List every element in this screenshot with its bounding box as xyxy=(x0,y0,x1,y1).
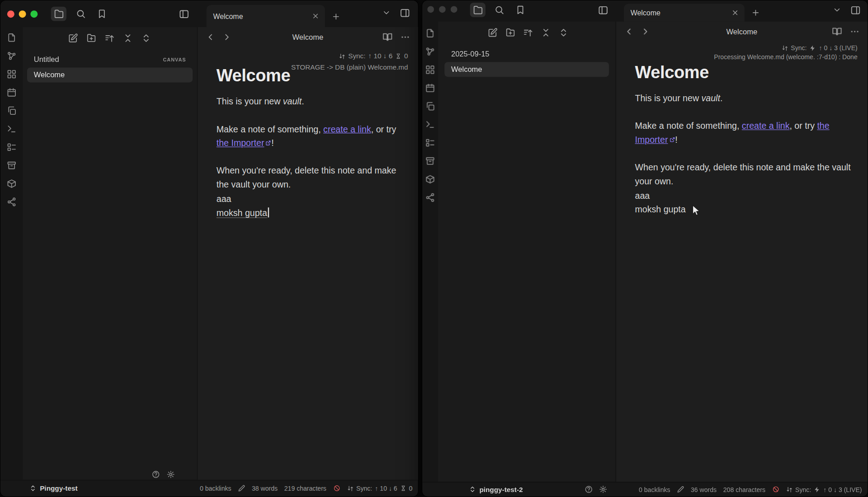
sync-error-icon[interactable] xyxy=(772,486,779,493)
expand-collapse-icon[interactable] xyxy=(141,33,151,43)
forward-icon[interactable] xyxy=(222,32,232,42)
command-palette-icon[interactable] xyxy=(7,124,17,134)
new-tab-button[interactable] xyxy=(751,8,760,17)
status-bar-items: 0 backlinks 36 words 208 characters Sync… xyxy=(639,486,868,493)
canvas-icon[interactable] xyxy=(425,65,435,75)
vault-folder-button[interactable] xyxy=(470,3,486,17)
tab-list-dropdown-icon[interactable] xyxy=(833,5,842,16)
view-title: Welcome xyxy=(616,28,868,36)
zoom-window-button[interactable] xyxy=(451,6,458,13)
sync-label: Sync: xyxy=(791,44,807,53)
help-icon[interactable] xyxy=(152,470,160,478)
reading-mode-icon[interactable] xyxy=(382,32,392,42)
back-icon[interactable] xyxy=(624,27,634,37)
close-window-button[interactable] xyxy=(7,10,14,18)
sync-error-icon[interactable] xyxy=(333,485,340,492)
command-palette-icon[interactable] xyxy=(425,119,435,129)
new-tab-button[interactable] xyxy=(331,12,340,21)
templates-icon[interactable] xyxy=(7,106,17,116)
file-explorer: Untitled CANVAS Welcome xyxy=(23,27,198,480)
edit-mode-icon[interactable] xyxy=(238,485,245,492)
more-options-icon[interactable] xyxy=(400,32,410,42)
file-item-date[interactable]: 2025-09-15 xyxy=(444,47,609,61)
vault-switcher[interactable]: pinggy-test-2 xyxy=(469,485,523,493)
sync-detail: Processing Welcome.md (welcome. :7-d10) … xyxy=(714,52,857,61)
sort-order-icon[interactable] xyxy=(523,28,533,38)
graph-view-icon[interactable] xyxy=(7,51,17,61)
obsidian-window-left: Welcome xyxy=(0,0,419,497)
quick-switcher-icon[interactable] xyxy=(7,33,17,42)
reading-mode-icon[interactable] xyxy=(832,27,842,37)
back-icon[interactable] xyxy=(205,32,215,42)
backlinks-status[interactable]: 0 backlinks xyxy=(200,485,231,492)
vault-folder-button[interactable] xyxy=(51,7,66,21)
toggle-left-sidebar-button[interactable] xyxy=(176,7,191,21)
settings-gear-icon[interactable] xyxy=(599,485,607,493)
workspaces-icon[interactable] xyxy=(7,142,17,152)
minimize-window-button[interactable] xyxy=(19,10,26,18)
char-count: 219 characters xyxy=(284,485,326,492)
package-icon[interactable] xyxy=(7,179,17,189)
canvas-icon[interactable] xyxy=(7,69,17,79)
new-folder-icon[interactable] xyxy=(86,33,96,43)
daily-note-icon[interactable] xyxy=(7,87,17,97)
paragraph-1: This is your new vault. xyxy=(217,94,399,108)
minimize-window-button[interactable] xyxy=(439,6,446,13)
editor-pane: Welcome Sync: ↑ 10 ↓ 6 0 ST xyxy=(198,27,418,480)
workspaces-icon[interactable] xyxy=(425,138,435,148)
sync-label: Sync: xyxy=(348,50,365,62)
share-icon[interactable] xyxy=(425,192,435,202)
create-link-link[interactable]: create a link xyxy=(323,124,371,134)
stacked-tabs-icon[interactable] xyxy=(850,5,861,17)
note-content[interactable]: Welcome This is your new vault. Make a n… xyxy=(616,42,852,217)
file-item-untitled[interactable]: Untitled CANVAS xyxy=(27,52,193,67)
view-header: Welcome xyxy=(616,22,868,42)
sync-status[interactable]: Sync: ↑ 10 ↓ 6 0 xyxy=(347,485,412,492)
status-bar: Pinggy-test 0 backlinks 38 words 219 cha… xyxy=(0,480,418,497)
sync-status[interactable]: Sync: ↑ 0 ↓ 3 (LIVE) xyxy=(786,486,862,493)
importer-link[interactable]: the Importer xyxy=(217,138,272,148)
quick-switcher-icon[interactable] xyxy=(425,28,435,38)
sort-order-icon[interactable] xyxy=(104,33,114,43)
new-note-icon[interactable] xyxy=(488,28,498,38)
search-button[interactable] xyxy=(491,3,507,17)
templates-icon[interactable] xyxy=(425,101,435,111)
share-icon[interactable] xyxy=(7,197,17,207)
bookmarks-button[interactable] xyxy=(513,3,528,17)
create-link-link[interactable]: create a link xyxy=(742,121,790,131)
file-item-welcome[interactable]: Welcome xyxy=(444,62,609,77)
toggle-left-sidebar-button[interactable] xyxy=(595,3,610,17)
file-name: Welcome xyxy=(34,71,65,79)
sync-arrows-icon xyxy=(339,53,345,60)
graph-view-icon[interactable] xyxy=(425,47,435,56)
file-item-welcome[interactable]: Welcome xyxy=(27,67,193,82)
tab-welcome[interactable]: Welcome xyxy=(624,4,745,22)
zoom-window-button[interactable] xyxy=(30,10,38,18)
edit-mode-icon[interactable] xyxy=(677,486,684,493)
archive-icon[interactable] xyxy=(425,156,435,166)
vault-switcher[interactable]: Pinggy-test xyxy=(29,484,78,492)
collapse-all-icon[interactable] xyxy=(541,28,551,38)
stacked-tabs-icon[interactable] xyxy=(400,8,410,20)
close-window-button[interactable] xyxy=(427,6,434,13)
collapse-all-icon[interactable] xyxy=(123,33,133,43)
bookmarks-button[interactable] xyxy=(94,7,109,21)
expand-collapse-icon[interactable] xyxy=(559,28,569,38)
backlinks-status[interactable]: 0 backlinks xyxy=(639,486,670,493)
tab-welcome[interactable]: Welcome xyxy=(207,5,325,27)
tab-close-icon[interactable] xyxy=(311,12,319,20)
explorer-toolbar xyxy=(438,22,616,44)
more-options-icon[interactable] xyxy=(850,27,860,37)
new-folder-icon[interactable] xyxy=(505,28,515,38)
forward-icon[interactable] xyxy=(641,27,651,37)
search-button[interactable] xyxy=(73,7,89,21)
settings-gear-icon[interactable] xyxy=(167,470,175,478)
tab-close-icon[interactable] xyxy=(731,9,739,17)
package-icon[interactable] xyxy=(425,174,435,184)
daily-note-icon[interactable] xyxy=(425,83,435,93)
help-icon[interactable] xyxy=(585,485,593,493)
tab-list-dropdown-icon[interactable] xyxy=(382,8,391,19)
new-note-icon[interactable] xyxy=(68,33,78,43)
file-name: 2025-09-15 xyxy=(451,50,490,58)
archive-icon[interactable] xyxy=(7,160,17,170)
